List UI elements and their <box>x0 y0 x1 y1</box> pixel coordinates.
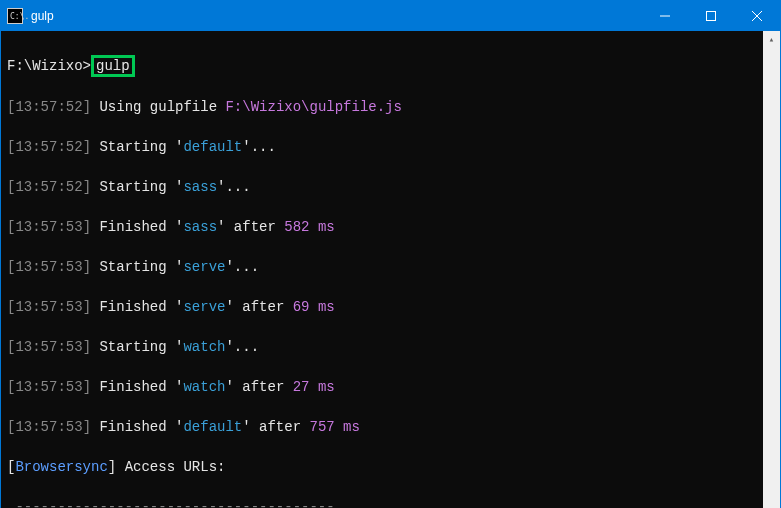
command-highlight: gulp <box>91 55 135 77</box>
bs-line: [Browsersync] Access URLs: <box>7 457 757 477</box>
svg-rect-1 <box>707 12 716 21</box>
log-line: [13:57:53] Finished 'sass' after 582 ms <box>7 217 757 237</box>
minimize-button[interactable] <box>642 1 688 31</box>
terminal-window: C:\. gulp F:\Wizixo>gulp [13:57:52] Usin… <box>0 0 781 508</box>
prompt-path: F:\Wizixo> <box>7 58 91 74</box>
command-text: gulp <box>96 58 130 74</box>
log-line: [13:57:53] Finished 'watch' after 27 ms <box>7 377 757 397</box>
window-title: gulp <box>29 9 54 23</box>
minimize-icon <box>660 11 670 21</box>
prompt-line: F:\Wizixo>gulp <box>7 55 757 77</box>
maximize-icon <box>706 11 716 21</box>
maximize-button[interactable] <box>688 1 734 31</box>
scrollbar[interactable]: ▴ ▾ <box>763 31 780 508</box>
scroll-track[interactable] <box>763 48 780 508</box>
log-line: [13:57:53] Finished 'serve' after 69 ms <box>7 297 757 317</box>
log-line: [13:57:53] Finished 'default' after 757 … <box>7 417 757 437</box>
log-line: [13:57:53] Starting 'serve'... <box>7 257 757 277</box>
cmd-icon: C:\. <box>7 8 23 24</box>
terminal-output[interactable]: F:\Wizixo>gulp [13:57:52] Using gulpfile… <box>1 31 763 508</box>
close-icon <box>752 11 762 21</box>
chevron-up-icon: ▴ <box>769 34 774 45</box>
close-button[interactable] <box>734 1 780 31</box>
titlebar[interactable]: C:\. gulp <box>1 1 780 31</box>
log-line: [13:57:52] Starting 'sass'... <box>7 177 757 197</box>
log-line: [13:57:52] Using gulpfile F:\Wizixo\gulp… <box>7 97 757 117</box>
divider-line: -------------------------------------- <box>7 497 757 508</box>
log-line: [13:57:53] Starting 'watch'... <box>7 337 757 357</box>
scroll-up-button[interactable]: ▴ <box>763 31 780 48</box>
terminal-area: F:\Wizixo>gulp [13:57:52] Using gulpfile… <box>1 31 780 508</box>
log-line: [13:57:52] Starting 'default'... <box>7 137 757 157</box>
